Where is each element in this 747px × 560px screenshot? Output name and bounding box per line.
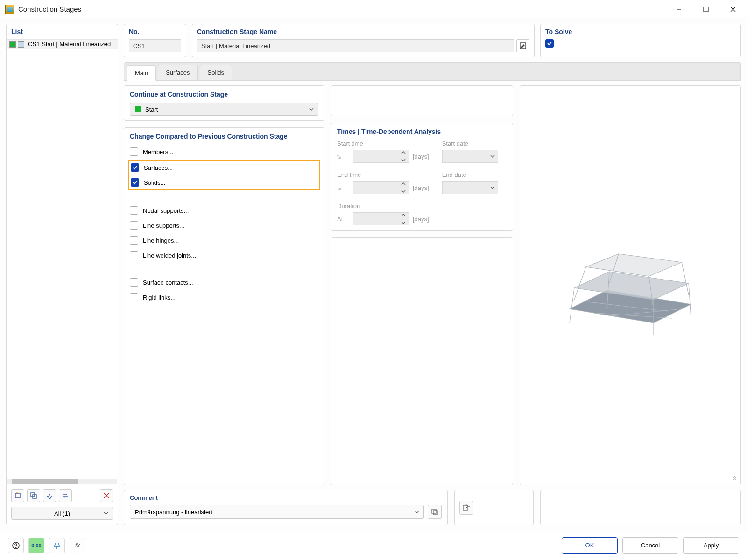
svg-rect-4 [15, 493, 20, 498]
no-label: No. [129, 28, 181, 39]
days-unit: [days] [413, 216, 429, 223]
continue-header: Continue at Construction Stage [130, 91, 318, 103]
delete-button[interactable] [100, 489, 113, 502]
continue-value: Start [145, 106, 158, 113]
new-button[interactable] [11, 489, 24, 502]
change-header: Change Compared to Previous Construction… [130, 133, 318, 145]
edit-name-button[interactable] [516, 39, 529, 52]
svg-marker-12 [574, 272, 689, 300]
app-icon [5, 5, 14, 14]
checkbox-line-hinges[interactable]: Line hinges... [130, 235, 318, 245]
end-date-label: End date [442, 171, 507, 178]
highlight-surfaces-solids: Surfaces... Solids... [128, 160, 320, 190]
comment-field[interactable]: Primärspannung - linearisiert [130, 505, 424, 519]
side-blank-box [540, 490, 741, 525]
tab-main[interactable]: Main [127, 65, 156, 81]
no-field[interactable]: CS1 [129, 39, 181, 52]
checkbox-icon [131, 163, 139, 172]
color-swatch-icon [18, 41, 24, 48]
dt-symbol: Δt [337, 216, 349, 223]
duration-label: Duration [337, 203, 429, 210]
to-solve-box: To Solve [540, 24, 741, 57]
checkbox-solids[interactable]: Solids... [131, 177, 317, 188]
svg-rect-1 [704, 7, 708, 12]
maximize-button[interactable] [692, 0, 719, 18]
tab-strip: Main Surfaces Solids [124, 62, 741, 81]
checkbox-nodal-supports[interactable]: Nodal supports... [130, 205, 318, 216]
change-panel: Change Compared to Previous Construction… [124, 127, 324, 485]
swap-button[interactable] [59, 489, 72, 502]
start-time-field[interactable] [353, 150, 409, 163]
te-symbol: tₑ [337, 184, 349, 191]
color-swatch-icon [135, 106, 141, 112]
tab-surfaces[interactable]: Surfaces [158, 65, 197, 80]
horizontal-scroll[interactable] [7, 479, 117, 484]
start-date-field[interactable] [442, 150, 498, 163]
function-button[interactable]: fx [70, 538, 85, 553]
filter-tool-button[interactable] [49, 538, 65, 553]
chevron-down-icon [414, 509, 420, 515]
checkbox-rigid-links[interactable]: Rigid links... [130, 292, 318, 302]
side-tool-box [454, 490, 534, 525]
duration-field[interactable] [353, 212, 409, 225]
checkbox-icon [130, 236, 138, 245]
export-button[interactable] [459, 501, 473, 515]
list-panel: List CS1 Start | Material Linearized All… [6, 24, 118, 525]
times-panel: Times | Time-Dependent Analysis Start ti… [331, 123, 513, 231]
resize-grip-icon [730, 475, 737, 481]
start-time-label: Start time [337, 140, 429, 147]
end-date-field[interactable] [442, 181, 498, 194]
checkbox-surface-contacts[interactable]: Surface contacts... [130, 277, 318, 287]
filter-value: All (1) [54, 510, 70, 517]
checkbox-line-welded-joints[interactable]: Line welded joints... [130, 250, 318, 260]
checkbox-icon [130, 278, 138, 287]
apply-button[interactable]: Apply [683, 537, 739, 554]
close-button[interactable] [719, 0, 747, 18]
window-title: Construction Stages [18, 5, 665, 13]
color-swatch-icon [9, 41, 16, 48]
svg-line-21 [682, 262, 689, 295]
tab-solids[interactable]: Solids [200, 65, 232, 80]
minimize-button[interactable] [665, 0, 692, 18]
svg-line-17 [689, 283, 691, 318]
no-box: No. CS1 [124, 24, 186, 57]
continue-panel: Continue at Construction Stage Start [124, 85, 324, 121]
svg-rect-30 [463, 505, 468, 510]
ok-button[interactable]: OK [562, 537, 618, 554]
cancel-button[interactable]: Cancel [622, 537, 678, 554]
to-solve-label: To Solve [545, 28, 736, 39]
stage-name-label: Construction Stage Name [197, 28, 529, 39]
help-button[interactable] [8, 538, 24, 553]
checkbox-members[interactable]: Members... [130, 147, 318, 157]
check-button[interactable] [43, 489, 56, 502]
comment-label: Comment [130, 494, 442, 505]
stage-name-box: Construction Stage Name Start | Material… [192, 24, 535, 57]
checkbox-icon [131, 178, 139, 187]
model-preview-icon [560, 230, 700, 342]
checkbox-icon [130, 293, 138, 301]
list-item-code: CS1 [28, 41, 40, 48]
copy-button[interactable] [27, 489, 40, 502]
end-time-field[interactable] [353, 181, 409, 194]
comment-library-button[interactable] [428, 505, 442, 519]
list-item[interactable]: CS1 Start | Material Linearized [7, 40, 118, 49]
start-date-label: Start date [442, 140, 507, 147]
chevron-down-icon [309, 106, 314, 112]
stage-name-field[interactable]: Start | Material Linearized [197, 39, 514, 52]
blank-panel [331, 85, 513, 116]
filter-select[interactable]: All (1) [11, 507, 113, 520]
end-time-label: End time [337, 171, 429, 178]
checkbox-icon [130, 221, 138, 230]
continue-select[interactable]: Start [130, 103, 318, 116]
svg-marker-13 [586, 254, 682, 276]
times-header: Times | Time-Dependent Analysis [337, 128, 507, 140]
checkbox-line-supports[interactable]: Line supports... [130, 220, 318, 231]
svg-rect-28 [432, 509, 436, 513]
checkbox-surfaces[interactable]: Surfaces... [131, 162, 317, 173]
checkbox-icon [130, 206, 138, 215]
svg-line-14 [570, 288, 574, 323]
svg-point-32 [15, 547, 16, 547]
units-button[interactable]: 0,00 [28, 538, 44, 553]
days-unit: [days] [413, 153, 429, 160]
to-solve-checkbox[interactable] [545, 39, 554, 48]
